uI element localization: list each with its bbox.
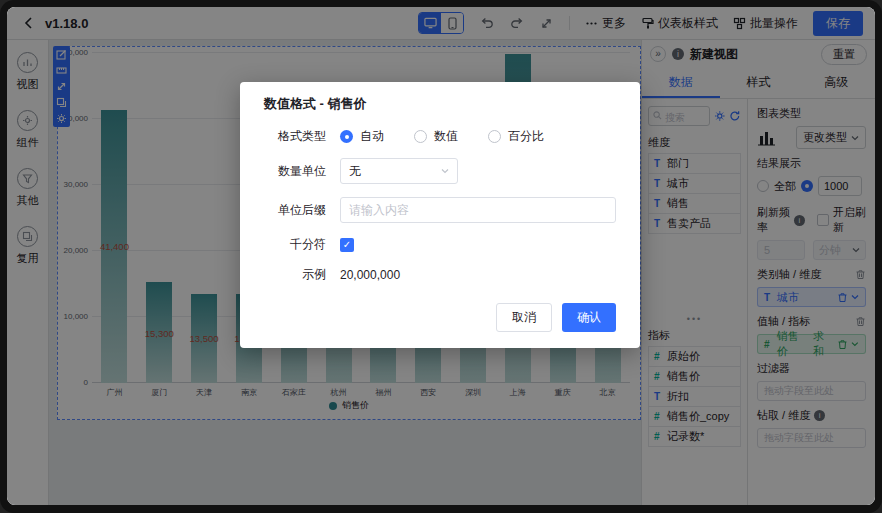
unit-label: 数量单位 — [264, 163, 326, 180]
radio-numeric[interactable] — [414, 130, 427, 143]
suffix-row: 单位后缀 — [264, 197, 616, 223]
cancel-button[interactable]: 取消 — [496, 303, 552, 332]
unit-select[interactable]: 无 — [340, 158, 458, 184]
example-label: 示例 — [264, 266, 326, 283]
app-window: v1.18.0 更多 — [7, 7, 875, 505]
radio-option-numeric[interactable]: 数值 — [414, 128, 458, 145]
format-type-row: 格式类型 自动 数值 百分比 — [264, 128, 616, 145]
example-value: 20,000,000 — [340, 268, 400, 282]
suffix-label: 单位后缀 — [264, 202, 326, 219]
suffix-input[interactable] — [340, 197, 616, 223]
screenshot-frame: v1.18.0 更多 — [0, 0, 882, 513]
dialog-title: 数值格式 - 销售价 — [264, 95, 616, 113]
radio-option-percent[interactable]: 百分比 — [488, 128, 544, 145]
confirm-button[interactable]: 确认 — [562, 303, 616, 332]
unit-value: 无 — [349, 163, 361, 180]
radio-auto[interactable] — [340, 130, 353, 143]
chevron-down-icon — [441, 167, 449, 175]
number-format-dialog: 数值格式 - 销售价 格式类型 自动 数值 百分比 数量单位 — [240, 82, 640, 348]
format-type-options: 自动 数值 百分比 — [340, 128, 544, 145]
unit-row: 数量单位 无 — [264, 158, 616, 184]
thousands-checkbox[interactable]: ✓ — [340, 238, 354, 252]
radio-auto-label: 自动 — [360, 128, 384, 145]
dialog-footer: 取消 确认 — [264, 303, 616, 332]
example-row: 示例 20,000,000 — [264, 266, 616, 283]
radio-numeric-label: 数值 — [434, 128, 458, 145]
thousands-label: 千分符 — [264, 236, 326, 253]
radio-percent[interactable] — [488, 130, 501, 143]
format-type-label: 格式类型 — [264, 128, 326, 145]
thousands-row: 千分符 ✓ — [264, 236, 616, 253]
radio-percent-label: 百分比 — [508, 128, 544, 145]
radio-option-auto[interactable]: 自动 — [340, 128, 384, 145]
